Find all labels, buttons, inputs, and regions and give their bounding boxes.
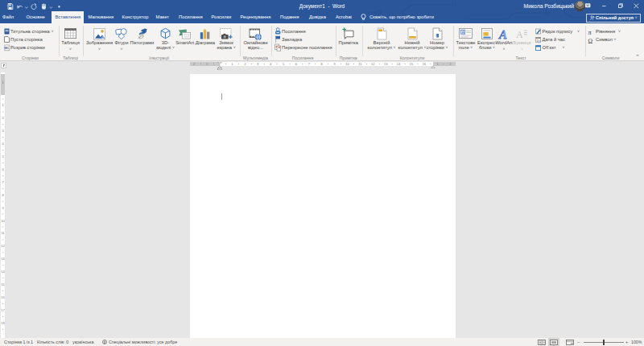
svg-text:12: 12 (1, 244, 5, 248)
svg-text:Ω: Ω (588, 38, 593, 45)
svg-text:13: 13 (384, 62, 388, 66)
svg-text:12: 12 (371, 62, 375, 66)
svg-text:14: 14 (397, 62, 401, 66)
svg-text:10: 10 (345, 62, 349, 66)
svg-text:π: π (588, 29, 592, 36)
svg-text:A: A (516, 29, 523, 40)
svg-text:18: 18 (1, 321, 5, 325)
svg-text:10: 10 (1, 219, 5, 223)
svg-text:14: 14 (1, 270, 5, 274)
svg-text:16: 16 (1, 295, 5, 299)
svg-text:17: 17 (1, 308, 5, 312)
svg-text:15: 15 (1, 282, 5, 286)
svg-text:13: 13 (1, 257, 5, 261)
svg-text:15: 15 (410, 62, 414, 66)
svg-text:16: 16 (423, 62, 427, 66)
